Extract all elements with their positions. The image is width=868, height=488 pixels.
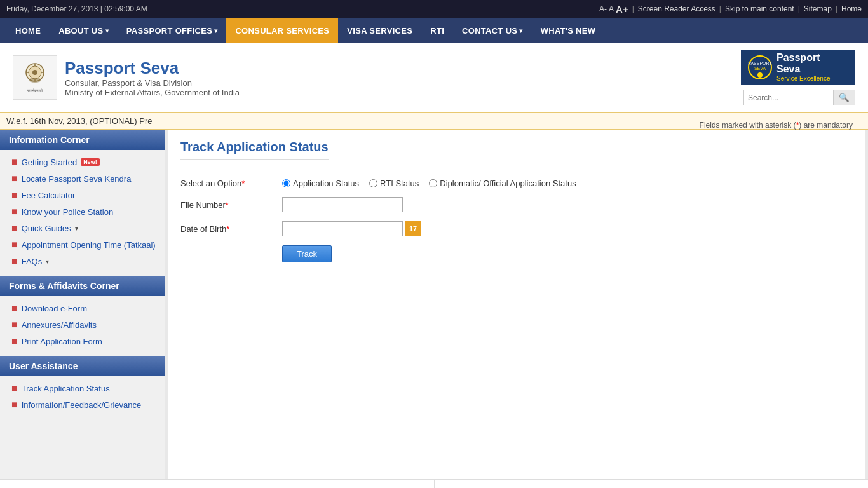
svg-point-12 xyxy=(757,72,763,78)
sidebar-label-annexures: Annexures/Affidavits xyxy=(22,320,97,330)
sidebar-item-track-status[interactable]: ■ Track Application Status xyxy=(0,380,165,396)
dob-label: Date of Birth* xyxy=(180,224,282,234)
font-small-btn[interactable]: A- xyxy=(599,4,607,13)
divider xyxy=(180,168,853,168)
sitemap-link[interactable]: Sitemap xyxy=(804,4,832,13)
main-panel: Track Application Status Fields marked w… xyxy=(168,130,865,479)
radio-rti-status[interactable]: RTI Status xyxy=(369,179,419,188)
sidebar-label-faqs: FAQs xyxy=(22,257,43,266)
skip-main-link[interactable]: Skip to main content xyxy=(725,4,794,13)
contact-arrow: ▾ xyxy=(519,27,522,34)
radio-rti-status-input[interactable] xyxy=(369,179,377,187)
sidebar-item-getting-started[interactable]: ■ Getting Started New! xyxy=(0,154,165,170)
sidebar-item-fee-calc[interactable]: ■ Fee Calculator xyxy=(0,187,165,203)
radio-app-status-input[interactable] xyxy=(282,179,290,187)
person-icon xyxy=(749,485,771,489)
bullet-icon: ■ xyxy=(11,400,18,410)
new-badge: New! xyxy=(81,158,100,166)
footer-subscribe[interactable]: ! Subscribe to Passport Patrika xyxy=(435,480,652,488)
emblem-logo: सत्यमेव जयते xyxy=(13,55,57,100)
font-large-btn[interactable]: A+ xyxy=(616,4,628,15)
sidebar-label-fee-calc: Fee Calculator xyxy=(22,191,76,200)
sidebar-item-locate-psk[interactable]: ■ Locate Passport Seva Kendra xyxy=(0,170,165,187)
footer-gallery[interactable]: Photo Gallery xyxy=(217,480,435,488)
nav-passport-offices[interactable]: PASSPORT OFFICES ▾ xyxy=(118,18,227,43)
svg-text:SEVA: SEVA xyxy=(754,66,766,71)
footer-citizen[interactable]: Citizen Experience xyxy=(651,480,868,488)
sidebar-item-annexures[interactable]: ■ Annexures/Affidavits xyxy=(0,316,165,333)
main-content: Information Corner ■ Getting Started New… xyxy=(0,130,868,479)
nav-contact-us[interactable]: CONTACT US ▾ xyxy=(453,18,532,43)
radio-diplomatic-status-input[interactable] xyxy=(429,179,437,187)
bullet-icon: ■ xyxy=(11,207,18,217)
nav-rti[interactable]: RTI xyxy=(421,18,453,43)
cal-num: 17 xyxy=(409,225,417,233)
home-link[interactable]: Home xyxy=(841,4,862,13)
sidebar-item-appointment[interactable]: ■ Appointment Opening Time (Tatkaal) xyxy=(0,236,165,253)
sidebar-label-feedback: Information/Feedback/Grievance xyxy=(22,400,142,410)
passport-seva-brand: PASSPORT SEVA PassportSeva Service Excel… xyxy=(741,50,855,85)
sep1: | xyxy=(632,4,634,13)
track-button[interactable]: Track xyxy=(282,245,332,262)
file-number-input[interactable] xyxy=(282,197,403,212)
req-asterisk: * xyxy=(241,179,245,188)
search-button[interactable]: 🔍 xyxy=(833,90,855,105)
svg-point-7 xyxy=(29,78,41,83)
nav-whats-new[interactable]: WHAT'S NEW xyxy=(532,18,605,43)
email-icon: ! xyxy=(531,485,554,489)
header-right: PASSPORT SEVA PassportSeva Service Excel… xyxy=(741,50,855,105)
datetime: Friday, December 27, 2013 | 02:59:00 AM xyxy=(6,4,147,13)
nav-home[interactable]: HOME xyxy=(6,18,50,43)
site-name-block: Passport Seva Consular, Passport & Visa … xyxy=(65,58,240,97)
footer-video[interactable]: Passport Seva Video xyxy=(0,480,217,488)
top-bar: Friday, December 27, 2013 | 02:59:00 AM … xyxy=(0,0,868,18)
bullet-icon: ■ xyxy=(11,303,18,313)
sidebar: Information Corner ■ Getting Started New… xyxy=(0,130,165,479)
sidebar-item-police-station[interactable]: ■ Know your Police Station xyxy=(0,203,165,220)
bullet-icon: ■ xyxy=(11,190,18,200)
sep4: | xyxy=(836,4,837,13)
sidebar-label-print-form: Print Application Form xyxy=(22,337,102,346)
footer-links: Passport Seva Video Photo Gallery ! Subs… xyxy=(0,479,868,488)
nav-visa-services[interactable]: VISA SERVICES xyxy=(338,18,421,43)
bullet-icon: ■ xyxy=(11,320,18,330)
photo-icon xyxy=(314,485,337,489)
sidebar-item-feedback[interactable]: ■ Information/Feedback/Grievance xyxy=(0,396,165,413)
file-number-label: File Number* xyxy=(180,200,282,210)
radio-diplomatic-status[interactable]: Diplomatic/ Official Application Status xyxy=(429,179,576,188)
font-size-controls: A- A A+ xyxy=(599,4,628,15)
bullet-icon: ■ xyxy=(11,173,18,184)
nav-about[interactable]: ABOUT US ▾ xyxy=(50,18,118,43)
sep2: | xyxy=(719,4,721,13)
search-input[interactable] xyxy=(744,91,833,105)
sidebar-item-download-eform[interactable]: ■ Download e-Form xyxy=(0,300,165,316)
dob-input[interactable] xyxy=(282,221,403,236)
sidebar-item-print-form[interactable]: ■ Print Application Form xyxy=(0,333,165,349)
bullet-icon: ■ xyxy=(11,157,18,167)
screen-reader-link[interactable]: Screen Reader Access xyxy=(638,4,715,13)
radio-app-status[interactable]: Application Status xyxy=(282,179,359,188)
calendar-icon[interactable]: 17 xyxy=(405,221,421,236)
dob-req: * xyxy=(226,224,229,234)
sidebar-label-download-eform: Download e-Form xyxy=(22,304,87,313)
sidebar-label-appointment: Appointment Opening Time (Tatkaal) xyxy=(22,240,156,250)
track-title: Track Application Status xyxy=(180,140,329,160)
track-section: Track Application Status Fields marked w… xyxy=(168,130,865,273)
font-normal-btn[interactable]: A xyxy=(609,4,614,13)
brand-text-block: PassportSeva Service Excellence xyxy=(776,52,830,82)
dob-label-text: Date of Birth xyxy=(180,224,226,234)
file-req: * xyxy=(226,200,229,210)
faqs-arrow: ▾ xyxy=(46,258,49,265)
sidebar-label-track-status: Track Application Status xyxy=(22,384,110,393)
sidebar-label-getting-started: Getting Started xyxy=(22,158,77,167)
section-gap-1 xyxy=(0,269,165,276)
header-left: सत्यमेव जयते Passport Seva Consular, Pas… xyxy=(13,55,240,100)
sidebar-item-faqs[interactable]: ■ FAQs ▾ xyxy=(0,253,165,269)
emblem-svg: सत्यमेव जयते xyxy=(16,58,54,97)
sidebar-item-quick-guides[interactable]: ■ Quick Guides ▾ xyxy=(0,220,165,236)
radio-group: Application Status RTI Status Diplomatic… xyxy=(282,179,576,188)
date-input-wrap: 17 xyxy=(282,221,421,236)
sidebar-label-police-station: Know your Police Station xyxy=(22,207,114,217)
site-ministry: Ministry of External Affairs, Government… xyxy=(65,88,240,97)
nav-consular-services[interactable]: CONSULAR SERVICES xyxy=(226,18,338,43)
